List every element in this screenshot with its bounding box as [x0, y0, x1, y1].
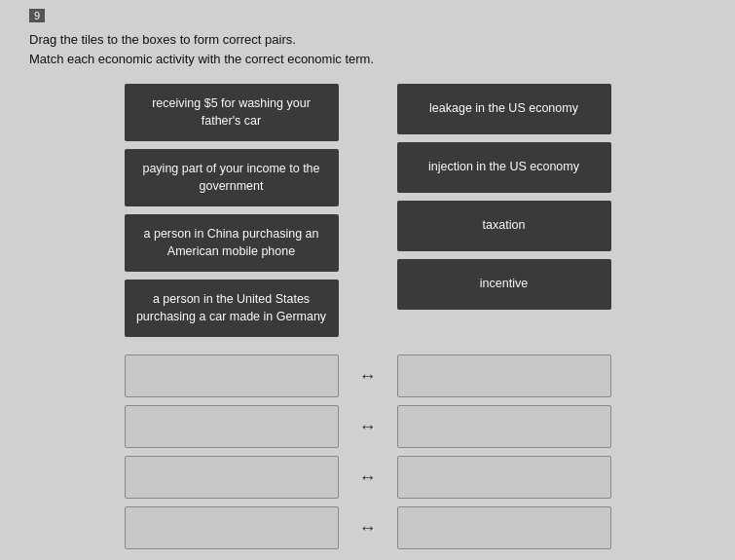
instructions-2: Match each economic activity with the co…: [29, 52, 706, 66]
activity-tile-4[interactable]: a person in the United States purchasing…: [125, 280, 339, 337]
question-number: 9: [29, 9, 45, 22]
arrow-2: ↔: [359, 405, 377, 448]
term-tile-4[interactable]: incentive: [397, 259, 611, 310]
activity-tile-2[interactable]: paying part of your income to the govern…: [125, 149, 339, 206]
dropzone-left-2[interactable]: [125, 405, 339, 448]
dropzone-right-2[interactable]: [397, 405, 611, 448]
dropzone-right-col: [397, 355, 611, 549]
activity-tile-3[interactable]: a person in China purchasing an American…: [125, 214, 339, 272]
arrow-4: ↔: [359, 506, 377, 549]
dropzone-right-4[interactable]: [397, 506, 611, 549]
dropzone-left-1[interactable]: [125, 355, 339, 397]
dropzones-area: ↔ ↔ ↔ ↔: [29, 355, 706, 549]
page-wrapper: 9 Drag the tiles to the boxes to form co…: [0, 0, 735, 560]
dropzone-arrow-col: ↔ ↔ ↔ ↔: [339, 355, 397, 549]
instructions-1: Drag the tiles to the boxes to form corr…: [29, 32, 706, 47]
term-tile-3[interactable]: taxation: [397, 201, 611, 251]
dropzone-right-3[interactable]: [397, 456, 611, 499]
term-tiles-column: leakage in the US economy injection in t…: [397, 84, 611, 310]
dropzone-left-4[interactable]: [125, 506, 339, 549]
arrow-1: ↔: [359, 355, 377, 397]
arrow-3: ↔: [359, 456, 377, 499]
dropzone-left-3[interactable]: [125, 456, 339, 499]
term-tile-2[interactable]: injection in the US economy: [397, 142, 611, 193]
term-tile-1[interactable]: leakage in the US economy: [397, 84, 611, 134]
dropzone-left-col: [125, 355, 339, 549]
activity-tile-1[interactable]: receiving $5 for washing your father's c…: [125, 84, 339, 141]
dropzone-right-1[interactable]: [397, 355, 611, 397]
activity-tiles-column: receiving $5 for washing your father's c…: [125, 84, 339, 337]
matching-area: receiving $5 for washing your father's c…: [29, 84, 706, 337]
